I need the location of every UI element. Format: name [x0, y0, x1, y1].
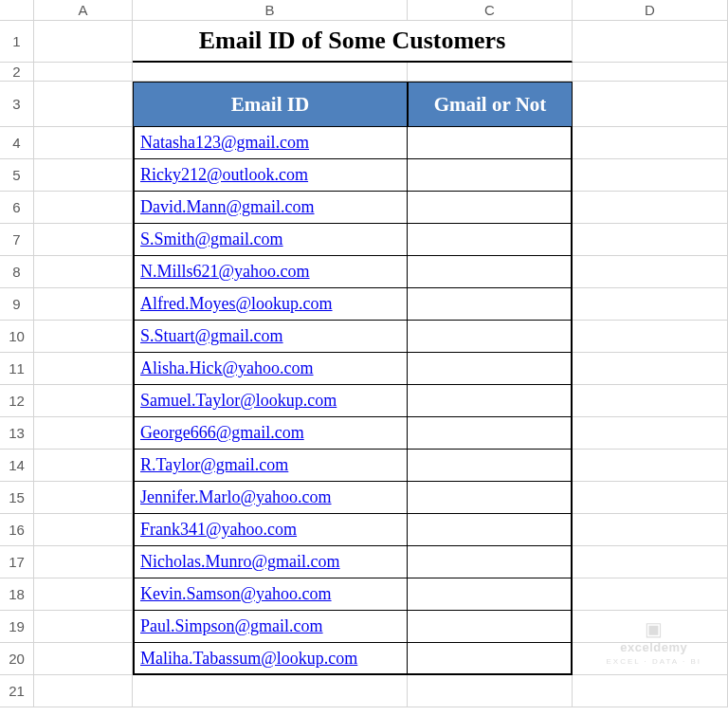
row-header-2[interactable]: 2 [0, 63, 34, 82]
email-cell[interactable]: David.Mann@gmail.com [133, 192, 408, 224]
row-header[interactable]: 15 [0, 482, 34, 514]
row-header[interactable]: 5 [0, 159, 34, 192]
cell-empty[interactable] [573, 256, 728, 288]
cell-d1[interactable] [573, 21, 728, 63]
email-cell[interactable]: Alfred.Moyes@lookup.com [133, 288, 408, 321]
row-header[interactable]: 8 [0, 256, 34, 288]
cell-empty[interactable] [34, 127, 133, 159]
email-link[interactable]: Jennifer.Marlo@yahoo.com [140, 487, 332, 507]
email-link[interactable]: Frank341@yahoo.com [140, 520, 297, 540]
select-all-corner[interactable] [0, 0, 34, 20]
row-header-1[interactable]: 1 [0, 21, 34, 63]
cell-empty[interactable] [34, 159, 133, 192]
row-header[interactable]: 7 [0, 224, 34, 256]
gmail-cell[interactable] [408, 288, 573, 321]
gmail-cell[interactable] [408, 159, 573, 192]
row-header[interactable]: 16 [0, 514, 34, 546]
email-cell[interactable]: N.Mills621@yahoo.com [133, 256, 408, 288]
gmail-cell[interactable] [408, 611, 573, 643]
email-link[interactable]: Kevin.Samson@yahoo.com [140, 584, 332, 604]
email-cell[interactable]: Maliha.Tabassum@lookup.com [133, 643, 408, 675]
table-header-email[interactable]: Email ID [133, 82, 408, 127]
column-header-c[interactable]: C [408, 0, 573, 20]
row-header[interactable]: 20 [0, 643, 34, 675]
email-cell[interactable]: George666@gmail.com [133, 417, 408, 450]
cell-empty[interactable] [34, 353, 133, 385]
cell-a3[interactable] [34, 82, 133, 127]
cell-empty[interactable] [573, 546, 728, 578]
cell-empty[interactable] [34, 546, 133, 578]
cell-empty[interactable] [34, 224, 133, 256]
cell-empty[interactable] [573, 643, 728, 675]
gmail-cell[interactable] [408, 482, 573, 514]
gmail-cell[interactable] [408, 385, 573, 417]
cell-empty[interactable] [34, 256, 133, 288]
cell-c2[interactable] [408, 63, 573, 82]
email-cell[interactable]: Paul.Simpson@gmail.com [133, 611, 408, 643]
cell-empty[interactable] [573, 192, 728, 224]
email-cell[interactable]: Kevin.Samson@yahoo.com [133, 578, 408, 611]
row-header-21[interactable]: 21 [0, 675, 34, 707]
cell-empty[interactable] [573, 450, 728, 482]
row-header[interactable]: 12 [0, 385, 34, 417]
email-link[interactable]: David.Mann@gmail.com [140, 197, 315, 217]
row-header[interactable]: 17 [0, 546, 34, 578]
column-header-b[interactable]: B [133, 0, 408, 20]
email-link[interactable]: Paul.Simpson@gmail.com [140, 616, 323, 636]
cell-empty[interactable] [34, 288, 133, 321]
cell-empty[interactable] [34, 611, 133, 643]
email-link[interactable]: R.Taylor@gmail.com [140, 455, 288, 475]
cell-a2[interactable] [34, 63, 133, 82]
row-header[interactable]: 9 [0, 288, 34, 321]
gmail-cell[interactable] [408, 192, 573, 224]
gmail-cell[interactable] [408, 127, 573, 159]
cell-empty[interactable] [34, 482, 133, 514]
gmail-cell[interactable] [408, 224, 573, 256]
email-link[interactable]: Samuel.Taylor@lookup.com [140, 391, 337, 411]
title-cell[interactable]: Email ID of Some Customers [133, 21, 573, 63]
cell-empty[interactable] [573, 224, 728, 256]
cell-empty[interactable] [573, 353, 728, 385]
cell-b2[interactable] [133, 63, 408, 82]
email-cell[interactable]: Nicholas.Munro@gmail.com [133, 546, 408, 578]
email-cell[interactable]: R.Taylor@gmail.com [133, 450, 408, 482]
cell-empty[interactable] [573, 321, 728, 353]
email-cell[interactable]: S.Stuart@gmail.com [133, 321, 408, 353]
cell-empty[interactable] [34, 514, 133, 546]
email-link[interactable]: Nicholas.Munro@gmail.com [140, 552, 340, 572]
gmail-cell[interactable] [408, 643, 573, 675]
row-header[interactable]: 11 [0, 353, 34, 385]
cell-empty[interactable] [34, 450, 133, 482]
email-cell[interactable]: Jennifer.Marlo@yahoo.com [133, 482, 408, 514]
cell-a21[interactable] [34, 675, 133, 707]
cell-empty[interactable] [34, 321, 133, 353]
cell-empty[interactable] [573, 514, 728, 546]
cell-d3[interactable] [573, 82, 728, 127]
cell-b21[interactable] [133, 675, 408, 707]
email-cell[interactable]: Natasha123@gmail.com [133, 127, 408, 159]
email-cell[interactable]: Ricky212@outlook.com [133, 159, 408, 192]
email-link[interactable]: George666@gmail.com [140, 423, 304, 443]
gmail-cell[interactable] [408, 353, 573, 385]
gmail-cell[interactable] [408, 514, 573, 546]
cell-d2[interactable] [573, 63, 728, 82]
cell-empty[interactable] [573, 127, 728, 159]
gmail-cell[interactable] [408, 450, 573, 482]
cell-empty[interactable] [34, 385, 133, 417]
column-header-d[interactable]: D [573, 0, 728, 20]
row-header[interactable]: 6 [0, 192, 34, 224]
cell-d21[interactable] [573, 675, 728, 707]
email-cell[interactable]: Samuel.Taylor@lookup.com [133, 385, 408, 417]
cell-empty[interactable] [573, 611, 728, 643]
email-link[interactable]: Ricky212@outlook.com [140, 165, 308, 185]
cell-empty[interactable] [34, 417, 133, 450]
table-header-gmail[interactable]: Gmail or Not [408, 82, 573, 127]
email-link[interactable]: S.Stuart@gmail.com [140, 326, 283, 346]
row-header[interactable]: 13 [0, 417, 34, 450]
gmail-cell[interactable] [408, 417, 573, 450]
email-link[interactable]: N.Mills621@yahoo.com [140, 262, 310, 282]
email-cell[interactable]: Frank341@yahoo.com [133, 514, 408, 546]
cell-empty[interactable] [573, 159, 728, 192]
cell-empty[interactable] [34, 578, 133, 611]
gmail-cell[interactable] [408, 546, 573, 578]
